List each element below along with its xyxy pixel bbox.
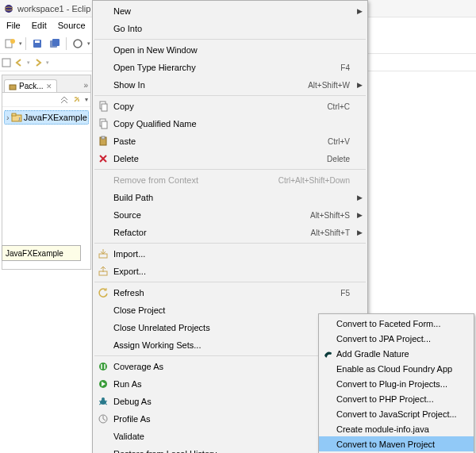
submenu-item[interactable]: Convert to Plug-in Projects... xyxy=(319,376,474,391)
link-editor-icon[interactable] xyxy=(72,95,82,105)
menu-item-shortcut: Ctrl+Alt+Shift+Down xyxy=(278,176,350,185)
copy-icon xyxy=(94,115,112,132)
svg-text:J: J xyxy=(18,116,21,122)
blank-icon xyxy=(94,319,112,336)
menu-item-label: Copy Qualified Name xyxy=(113,119,350,129)
submenu-item-label: Convert to Plug-in Projects... xyxy=(336,379,463,389)
menu-separator xyxy=(94,282,366,282)
menu-item[interactable]: DeleteDelete xyxy=(93,150,367,167)
menu-item-shortcut: Ctrl+V xyxy=(328,137,350,146)
menu-item[interactable]: SourceAlt+Shift+S▶ xyxy=(93,206,367,224)
menu-item-shortcut: F4 xyxy=(340,63,350,72)
view-tabbar: Pack... ✕ » xyxy=(2,75,90,93)
menu-item: Remove from ContextCtrl+Alt+Shift+Down xyxy=(93,171,367,189)
submenu-item[interactable]: Enable as Cloud Foundry App xyxy=(319,361,474,376)
submenu-item[interactable]: Convert to Maven Project xyxy=(319,436,474,451)
menu-item[interactable]: RefactorAlt+Shift+T▶ xyxy=(93,224,367,241)
project-tree[interactable]: › J JavaFXExample xyxy=(2,107,90,128)
svg-point-25 xyxy=(102,397,105,401)
menu-file[interactable]: File xyxy=(2,19,25,32)
expander-icon[interactable]: › xyxy=(6,113,10,122)
collapse-all-icon[interactable] xyxy=(60,95,69,105)
menu-item-shortcut: F5 xyxy=(340,289,350,298)
menu-item[interactable]: CopyCtrl+C xyxy=(93,98,367,115)
menu-item-label: Build Path xyxy=(113,193,350,202)
view-menu-chevron-icon[interactable]: » xyxy=(83,81,90,92)
svg-point-3 xyxy=(10,39,15,44)
project-node[interactable]: › J JavaFXExample xyxy=(4,110,89,125)
menu-item-label: Debug As xyxy=(113,397,350,406)
submenu-arrow-icon: ▶ xyxy=(357,7,363,15)
menu-item-label: Restore from Local History... xyxy=(113,449,350,453)
menu-item[interactable]: Open in New Window xyxy=(93,41,367,59)
toggle-button[interactable] xyxy=(2,58,11,67)
submenu-item[interactable]: Convert to JPA Project... xyxy=(319,331,474,346)
forward-button[interactable] xyxy=(33,58,43,67)
menu-item-label: Copy xyxy=(113,102,327,111)
svg-rect-12 xyxy=(12,113,16,116)
menu-item-label: Open in New Window xyxy=(113,45,350,55)
menu-item[interactable]: Copy Qualified Name xyxy=(93,115,367,132)
menu-item[interactable]: Open Type HierarchyF4 xyxy=(93,59,367,76)
blank-icon xyxy=(94,2,112,20)
status-tooltip: JavaFXExample xyxy=(2,245,81,261)
menu-item[interactable]: Show InAlt+Shift+W▶ xyxy=(93,76,367,94)
menu-item[interactable]: PasteCtrl+V xyxy=(93,132,367,150)
menu-item[interactable]: Export... xyxy=(93,263,367,280)
blank-icon xyxy=(94,41,112,59)
svg-rect-10 xyxy=(10,85,16,90)
import-icon xyxy=(94,245,112,263)
blank-icon xyxy=(321,436,336,453)
save-all-button[interactable] xyxy=(47,36,63,52)
svg-point-0 xyxy=(5,5,13,13)
java-project-icon: J xyxy=(11,112,22,123)
submenu-arrow-icon: ▶ xyxy=(357,211,363,219)
blank-icon xyxy=(94,59,112,76)
submenu-item[interactable]: Create module-info.java xyxy=(319,421,474,436)
view-menu-icon[interactable]: ▾ xyxy=(85,96,88,103)
back-button[interactable] xyxy=(14,58,24,67)
submenu-arrow-icon: ▶ xyxy=(357,228,363,236)
blank-icon xyxy=(94,206,112,224)
svg-point-22 xyxy=(99,363,107,370)
menu-edit[interactable]: Edit xyxy=(27,19,52,32)
submenu-item[interactable]: Convert to JavaScript Project... xyxy=(319,406,474,421)
menu-item[interactable]: Go Into xyxy=(93,20,367,37)
menu-item-label: Validate xyxy=(113,432,350,441)
menu-item-shortcut: Alt+Shift+T xyxy=(311,228,350,237)
switch-button[interactable] xyxy=(70,36,86,52)
menu-source[interactable]: Source xyxy=(53,19,90,32)
submenu-item[interactable]: Add Gradle Nature xyxy=(319,346,474,361)
profile-icon xyxy=(94,410,112,428)
copy-icon xyxy=(94,98,112,115)
submenu-item-label: Convert to JPA Project... xyxy=(336,334,463,344)
submenu-item-label: Convert to PHP Project... xyxy=(336,394,463,404)
save-button[interactable] xyxy=(29,36,45,52)
new-button[interactable] xyxy=(2,36,17,52)
menu-item-label: Close Project xyxy=(113,305,350,315)
submenu-item[interactable]: Convert to Faceted Form... xyxy=(319,316,474,331)
blank-icon xyxy=(94,336,112,354)
package-explorer-tab[interactable]: Pack... ✕ xyxy=(4,79,57,92)
submenu-item[interactable]: Convert to PHP Project... xyxy=(319,391,474,406)
menu-item-label: Paste xyxy=(113,136,328,146)
menu-item[interactable]: New▶ xyxy=(93,2,367,20)
export-icon xyxy=(94,263,112,280)
close-tab-icon[interactable]: ✕ xyxy=(46,83,52,90)
svg-rect-15 xyxy=(102,104,107,111)
menu-separator xyxy=(94,95,366,96)
menu-item[interactable]: Build Path▶ xyxy=(93,189,367,206)
menu-item[interactable]: RefreshF5 xyxy=(93,284,367,301)
menu-item-label: Coverage As xyxy=(113,362,350,371)
blank-icon xyxy=(94,428,112,445)
menu-item[interactable]: Import... xyxy=(93,245,367,263)
blank-icon xyxy=(94,301,112,319)
menu-item-label: Open Type Hierarchy xyxy=(113,63,340,72)
blank-icon xyxy=(94,171,112,189)
blank-icon xyxy=(94,20,112,37)
menu-separator xyxy=(94,39,366,40)
menu-item-label: Refresh xyxy=(113,288,340,298)
menu-item-label: Export... xyxy=(113,267,350,276)
paste-icon xyxy=(94,132,112,150)
delete-icon xyxy=(94,150,112,167)
